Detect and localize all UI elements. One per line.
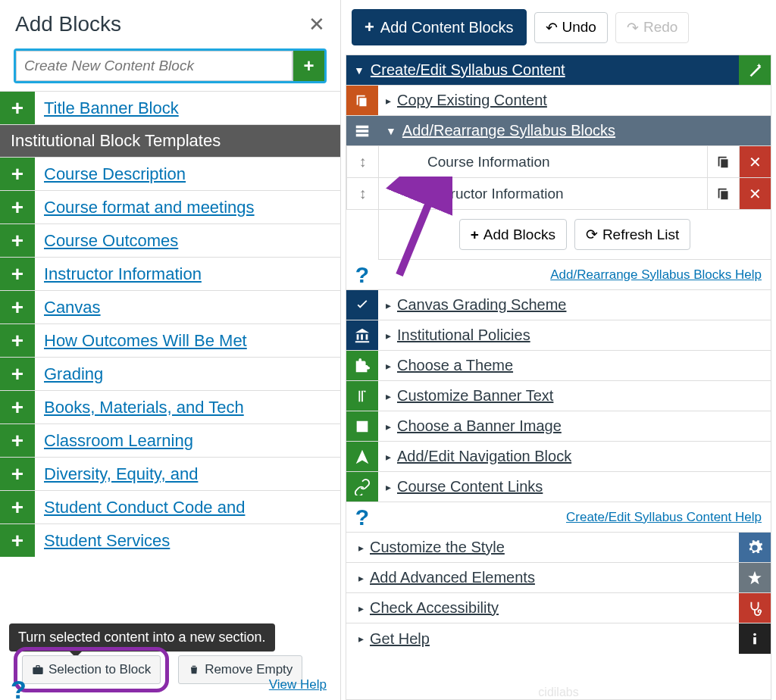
- plus-icon[interactable]: +: [0, 391, 35, 423]
- add-content-blocks-button[interactable]: + Add Content Blocks: [352, 9, 527, 45]
- nav-block-row[interactable]: ▸Add/Edit Navigation Block: [346, 442, 771, 472]
- advanced-link[interactable]: Add Advanced Elements: [370, 569, 535, 586]
- banner-image-link[interactable]: Choose a Banner Image: [397, 417, 562, 435]
- get-help-link[interactable]: Get Help: [370, 630, 430, 648]
- caret-right-icon: ▸: [386, 451, 391, 463]
- copy-icon[interactable]: [707, 178, 739, 209]
- watermark: cidilabs: [538, 686, 578, 699]
- content-links-row[interactable]: ▸Course Content Links: [346, 472, 771, 502]
- highlight-annotation: Selection to Block: [14, 647, 169, 692]
- template-link[interactable]: Student Services: [35, 524, 340, 557]
- caret-right-icon: ▸: [358, 602, 364, 614]
- paragraph-icon: [346, 381, 378, 411]
- plus-icon[interactable]: +: [0, 291, 35, 323]
- server-icon: [346, 116, 378, 145]
- canvas-grading-row[interactable]: ▸Canvas Grading Scheme: [346, 290, 771, 320]
- accessibility-link[interactable]: Check Accessibility: [370, 599, 499, 617]
- template-link[interactable]: Course format and meetings: [35, 191, 340, 223]
- delete-button[interactable]: ✕: [739, 178, 771, 209]
- copy-existing-link[interactable]: Copy Existing Content: [397, 92, 547, 109]
- caret-right-icon: ▸: [386, 95, 391, 107]
- undo-button[interactable]: ↶ Undo: [534, 12, 608, 43]
- banner-text-link[interactable]: Customize Banner Text: [397, 387, 553, 405]
- advanced-row[interactable]: ▸Add Advanced Elements: [346, 563, 771, 593]
- choose-theme-row[interactable]: ▸Choose a Theme: [346, 351, 771, 381]
- new-block-input[interactable]: [16, 51, 293, 81]
- template-link[interactable]: Student Conduct Code and: [35, 491, 340, 523]
- institutional-row[interactable]: ▸Institutional Policies: [346, 320, 771, 351]
- banner-text-row[interactable]: ▸Customize Banner Text: [346, 381, 771, 411]
- help-icon[interactable]: ?: [11, 675, 27, 700]
- nav-block-link[interactable]: Add/Edit Navigation Block: [397, 448, 571, 465]
- add-rearrange-link[interactable]: Add/Rearrange Syllabus Blocks: [402, 122, 615, 139]
- course-info-block[interactable]: Course Information: [379, 146, 707, 177]
- plus-icon[interactable]: +: [0, 458, 35, 490]
- add-blocks-panel: Add Blocks ✕ + + Title Banner Block Inst…: [0, 0, 341, 700]
- template-link[interactable]: Course Outcomes: [35, 224, 340, 257]
- customize-style-row[interactable]: ▸Customize the Style: [346, 533, 771, 563]
- add-blocks-button[interactable]: + Add Blocks: [459, 219, 567, 250]
- plus-icon[interactable]: +: [0, 191, 35, 223]
- add-block-button[interactable]: +: [293, 51, 324, 81]
- close-icon[interactable]: ✕: [308, 13, 325, 36]
- accessibility-row[interactable]: ▸Check Accessibility: [346, 593, 771, 623]
- magic-wand-icon[interactable]: [739, 55, 771, 85]
- plus-icon[interactable]: +: [0, 158, 35, 190]
- institutional-link[interactable]: Institutional Policies: [397, 327, 530, 344]
- plus-icon[interactable]: +: [0, 258, 35, 290]
- check-icon: [346, 290, 378, 320]
- syllabus-builder-panel: + Add Content Blocks ↶ Undo ↷ Redo ▼ Cre…: [341, 0, 776, 700]
- template-link[interactable]: How Outcomes Will Be Met: [35, 324, 340, 357]
- selection-to-block-button[interactable]: Selection to Block: [22, 655, 161, 684]
- get-help-row[interactable]: ▸Get Help: [346, 623, 771, 654]
- create-edit-section[interactable]: ▼ Create/Edit Syllabus Content: [346, 55, 771, 86]
- delete-button[interactable]: ✕: [739, 146, 771, 177]
- title-banner-block[interactable]: Title Banner Block: [35, 92, 340, 124]
- template-link[interactable]: Grading: [35, 358, 340, 390]
- instructor-info-block[interactable]: Instructor Information: [379, 178, 707, 209]
- redo-button[interactable]: ↷ Redo: [615, 12, 689, 43]
- gear-icon: [739, 533, 771, 562]
- copy-existing-row[interactable]: ▸ Copy Existing Content: [346, 86, 771, 116]
- drag-handle-icon[interactable]: ↕: [347, 178, 379, 209]
- panel-title: Add Blocks: [15, 12, 121, 36]
- choose-theme-link[interactable]: Choose a Theme: [397, 357, 513, 374]
- plus-icon[interactable]: +: [0, 224, 35, 257]
- copy-icon[interactable]: [707, 146, 739, 177]
- trash-icon: [188, 664, 200, 676]
- template-link[interactable]: Books, Materials, and Tech: [35, 391, 340, 423]
- puzzle-icon: [346, 351, 378, 380]
- create-edit-help-link[interactable]: Create/Edit Syllabus Content Help: [566, 510, 762, 524]
- template-link[interactable]: Instructor Information: [35, 258, 340, 290]
- caret-right-icon: ▸: [358, 572, 364, 584]
- caret-down-icon: ▼: [354, 64, 365, 77]
- plus-icon[interactable]: +: [0, 424, 35, 457]
- briefcase-icon: [32, 664, 44, 676]
- caret-right-icon: ▸: [358, 633, 364, 645]
- content-links-link[interactable]: Course Content Links: [397, 478, 543, 495]
- canvas-grading-link[interactable]: Canvas Grading Scheme: [397, 296, 566, 314]
- add-rearrange-row[interactable]: ▼ Add/Rearrange Syllabus Blocks: [346, 116, 771, 146]
- template-link[interactable]: Classroom Learning: [35, 424, 340, 457]
- create-edit-link[interactable]: Create/Edit Syllabus Content: [371, 61, 565, 79]
- image-icon: [346, 411, 378, 441]
- banner-image-row[interactable]: ▸Choose a Banner Image: [346, 411, 771, 442]
- customize-style-link[interactable]: Customize the Style: [370, 539, 505, 556]
- drag-handle-icon[interactable]: ↕: [347, 146, 379, 177]
- refresh-list-button[interactable]: ⟳ Refresh List: [574, 219, 690, 250]
- help-icon[interactable]: ?: [346, 262, 378, 288]
- plus-icon[interactable]: +: [0, 358, 35, 390]
- plus-icon: +: [365, 17, 374, 37]
- institution-icon: [346, 320, 378, 350]
- plus-icon[interactable]: +: [0, 524, 35, 557]
- template-link[interactable]: Diversity, Equity, and: [35, 458, 340, 490]
- svg-rect-0: [356, 125, 369, 128]
- template-link[interactable]: Course Description: [35, 158, 340, 190]
- view-help-link[interactable]: View Help: [269, 677, 327, 692]
- plus-icon[interactable]: +: [0, 92, 35, 124]
- plus-icon[interactable]: +: [0, 324, 35, 357]
- template-link[interactable]: Canvas: [35, 291, 340, 323]
- plus-icon[interactable]: +: [0, 491, 35, 523]
- rearrange-help-link[interactable]: Add/Rearrange Syllabus Blocks Help: [550, 267, 762, 282]
- help-icon[interactable]: ?: [346, 505, 378, 530]
